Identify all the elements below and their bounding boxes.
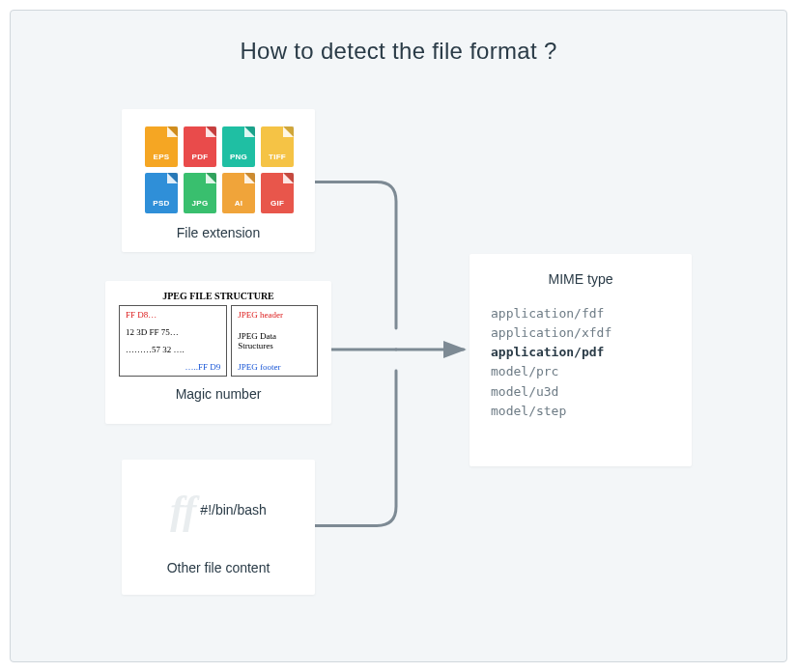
magic-struct-line: JPEG footer — [238, 362, 311, 372]
file-icon-grid: EPSPDFPNGTIFFPSDJPGAIGIF — [139, 123, 298, 215]
card-other-content: ff #!/bin/bash Other file content — [122, 460, 315, 595]
file-type-icon: AI — [222, 173, 255, 213]
file-type-icon: TIFF — [261, 126, 294, 167]
mime-title: MIME type — [491, 271, 670, 287]
magic-heading: JPEG FILE STRUCTURE — [119, 291, 318, 301]
card-file-extension: EPSPDFPNGTIFFPSDJPGAIGIF File extension — [122, 109, 315, 252]
file-type-icon: PDF — [184, 126, 216, 167]
magic-hex-line: ………57 32 …. — [126, 345, 220, 354]
mime-item: application/pdf — [491, 343, 670, 362]
magic-hex-line: 12 3D FF 75… — [126, 327, 220, 337]
card-label-magic: Magic number — [119, 386, 318, 402]
magic-struct-box: JPEG header JPEG Data Structures JPEG fo… — [231, 305, 318, 377]
file-type-icon: GIF — [261, 173, 294, 213]
ghost-ff-text: ff — [170, 490, 196, 530]
diagram-canvas: How to detect the file format ? — [10, 10, 787, 662]
diagram-title: How to detect the file format ? — [11, 38, 786, 65]
file-type-icon: JPG — [184, 173, 216, 213]
file-type-icon: PNG — [222, 126, 255, 167]
card-label-extension: File extension — [139, 225, 298, 240]
magic-hex-box: FF D8… 12 3D FF 75… ………57 32 …. …..FF D9 — [119, 305, 227, 377]
mime-item: application/xfdf — [491, 323, 670, 343]
file-type-icon: EPS — [145, 126, 178, 167]
magic-hex-line: FF D8… — [126, 310, 220, 320]
file-type-icon: PSD — [145, 173, 178, 213]
card-magic-number: JPEG FILE STRUCTURE FF D8… 12 3D FF 75… … — [105, 281, 331, 424]
mime-item: model/step — [491, 402, 670, 421]
magic-hex-line: …..FF D9 — [126, 362, 220, 372]
shebang-text: #!/bin/bash — [200, 502, 267, 518]
magic-struct-line: JPEG Data Structures — [238, 331, 311, 350]
mime-item: application/fdf — [491, 304, 670, 323]
magic-struct-line: JPEG header — [238, 310, 311, 320]
mime-item: model/prc — [491, 362, 670, 381]
card-label-other: Other file content — [135, 560, 301, 575]
card-mime-type: MIME type application/fdfapplication/xfd… — [470, 254, 692, 466]
mime-list: application/fdfapplication/xfdfapplicati… — [491, 304, 670, 421]
mime-item: model/u3d — [491, 382, 670, 402]
